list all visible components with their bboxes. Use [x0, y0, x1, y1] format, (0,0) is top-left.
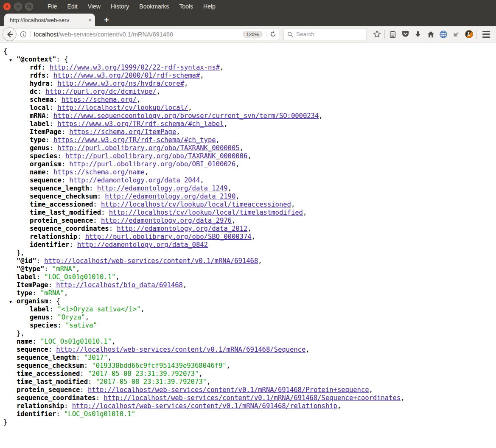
active-tab[interactable]: http://localhost/web-serv ×	[4, 14, 95, 26]
json-key: species	[30, 152, 57, 160]
json-link[interactable]: https://schema.org/	[62, 96, 137, 104]
json-link[interactable]: http://www.w3.org/ns/hydra/core#	[57, 80, 184, 87]
menu-bookmarks[interactable]: Bookmarks	[139, 3, 169, 10]
json-line: sequence_coordinates: http://edamontolog…	[0, 225, 496, 233]
json-link[interactable]: http://www.sequenceontology.org/browser/…	[53, 112, 319, 120]
json-link[interactable]: http://edamontology.org/data_2044	[69, 176, 200, 184]
new-tab-button[interactable]: +	[100, 14, 113, 25]
menu-edit[interactable]: Edit	[67, 3, 78, 10]
json-link[interactable]: http://purl.obolibrary.org/obo/OBI_01000…	[69, 160, 235, 168]
window-close-icon[interactable]: ×	[3, 3, 11, 11]
json-punctuation: :	[36, 257, 45, 265]
json-punctuation: ,	[337, 402, 341, 410]
json-link[interactable]: http://localhost/cv/lookup/local/	[57, 104, 188, 112]
bookmark-star-button[interactable]	[370, 28, 383, 40]
json-line: identifier: http://edamontology.org/data…	[0, 241, 496, 249]
menu-file[interactable]: File	[48, 3, 57, 10]
json-string-value: "mRNA"	[40, 289, 64, 297]
json-key: "@type"	[17, 265, 44, 273]
json-link[interactable]: http://localhost/web-services/content/v0…	[44, 257, 258, 265]
json-punctuation: :	[45, 112, 53, 120]
collapse-toggle-icon[interactable]: ▼	[9, 56, 12, 64]
json-punctuation: :	[32, 338, 40, 345]
json-key: organism	[17, 297, 48, 305]
tab-close-icon[interactable]: ×	[88, 17, 92, 23]
menu-tools[interactable]: Tools	[179, 3, 193, 10]
json-string-value: "sativa"	[65, 322, 97, 329]
json-punctuation: ,	[183, 281, 187, 289]
json-link[interactable]: http://localhost/bio_data/691468	[56, 281, 183, 289]
json-line: schema: https://schema.org/,	[0, 96, 496, 104]
json-key: time_accessioned	[30, 201, 93, 208]
json-string-value: "LOC_Os01g01010.1"	[44, 273, 115, 281]
collapse-toggle-icon[interactable]: ▼	[9, 298, 12, 306]
json-punctuation: ,	[224, 120, 227, 128]
json-punctuation: :	[56, 56, 64, 63]
json-link[interactable]: http://localhost/cv/lookup/local/timeacc…	[101, 201, 291, 208]
menu-history[interactable]: History	[111, 3, 129, 10]
json-link[interactable]: http://www.w3.org/2000/01/rdf-schema#	[53, 72, 200, 79]
globe-extension-button[interactable]	[437, 28, 450, 40]
site-info-icon[interactable]	[20, 31, 27, 38]
json-link[interactable]: http://edamontology.org/data_2190	[105, 193, 235, 200]
window-maximize-icon[interactable]	[25, 3, 33, 11]
reload-icon	[270, 31, 276, 37]
json-link[interactable]: http://purl.obolibrary.org/obo/SBO_00003…	[85, 233, 252, 241]
back-button[interactable]	[3, 27, 17, 41]
json-link[interactable]: https://schema.org/name	[53, 168, 145, 176]
json-link[interactable]: https://www.w3.org/TR/rdf-schema/#ch_typ…	[53, 136, 216, 144]
json-punctuation: :	[77, 233, 85, 241]
json-link[interactable]: http://edamontology.org/data_2012	[117, 225, 247, 232]
json-line: sequence: http://edamontology.org/data_2…	[0, 176, 496, 185]
bug-extension-button[interactable]	[450, 28, 462, 40]
json-link[interactable]: http://localhost/cv/lookup/local/timelas…	[109, 209, 303, 216]
home-button[interactable]	[424, 28, 437, 40]
json-punctuation: ,	[232, 217, 235, 224]
zoom-level-badge[interactable]: 120%	[243, 31, 263, 38]
reload-button[interactable]	[270, 31, 276, 37]
json-line: {	[0, 48, 496, 56]
json-link[interactable]: http://edamontology.org/data_1249	[97, 185, 228, 192]
menu-view[interactable]: View	[88, 3, 101, 10]
json-line: time_last_modified: http://localhost/cv/…	[0, 209, 496, 217]
json-punctuation: :	[57, 322, 65, 329]
json-line: mRNA: http://www.sequenceontology.org/br…	[0, 112, 496, 120]
json-link[interactable]: http://localhost/web-services/content/v0…	[56, 346, 305, 353]
json-punctuation: ,	[140, 305, 144, 313]
json-link[interactable]: http://purl.obolibrary.org/obo/TAXRANK_0…	[57, 144, 239, 152]
json-punctuation: {	[64, 56, 68, 63]
window-minimize-icon[interactable]: −	[14, 3, 22, 11]
json-link[interactable]: https://www.w3.org/TR/rdf-schema/#ch_lab…	[57, 120, 224, 128]
menu-help[interactable]: Help	[203, 3, 216, 10]
json-link[interactable]: http://purl.org/dc/dcmitype/	[45, 88, 156, 95]
json-line: label: "<i>Oryza sativa</i>",	[0, 305, 496, 314]
json-line: type: "mRNA",	[0, 289, 496, 297]
json-punctuation: ,	[76, 265, 80, 273]
pocket-button[interactable]	[399, 28, 412, 40]
downloads-button[interactable]	[412, 28, 424, 40]
json-punctuation: {	[56, 297, 60, 305]
json-key: name	[17, 338, 32, 345]
json-key: type	[17, 289, 32, 297]
json-link[interactable]: https://schema.org/ItemPage	[69, 128, 176, 136]
json-link[interactable]: http://purl.obolibrary.org/obo/TAXRANK_0…	[65, 152, 247, 160]
json-link[interactable]: http://localhost/web-services/content/v0…	[88, 386, 369, 394]
json-punctuation: :	[89, 185, 97, 192]
bookmarks-menu-button[interactable]	[386, 28, 399, 40]
url-text[interactable]: localhost/web-services/content/v0.1/mRNA…	[34, 31, 243, 38]
json-link[interactable]: http://edamontology.org/data_0842	[77, 241, 208, 249]
l-extension-button[interactable]: L	[462, 28, 475, 40]
json-link[interactable]: http://edamontology.org/data_2976	[101, 217, 232, 224]
search-bar[interactable]: Search	[283, 28, 367, 40]
json-punctuation: ,	[200, 72, 204, 79]
json-link[interactable]: http://localhost/web-services/content/v0…	[104, 394, 401, 402]
json-link[interactable]: http://localhost/web-services/content/v0…	[72, 402, 337, 410]
json-punctuation: ,	[228, 185, 232, 192]
json-link[interactable]: http://www.w3.org/1999/02/22-rdf-syntax-…	[50, 64, 220, 71]
json-line: "@id": http://localhost/web-services/con…	[0, 257, 496, 265]
url-bar[interactable]: localhost/web-services/content/v0.1/mRNA…	[9, 28, 279, 40]
json-key: dc	[30, 88, 38, 95]
json-punctuation: ,	[115, 273, 119, 281]
json-key: hydra	[30, 80, 50, 87]
menu-button[interactable]	[480, 28, 493, 40]
